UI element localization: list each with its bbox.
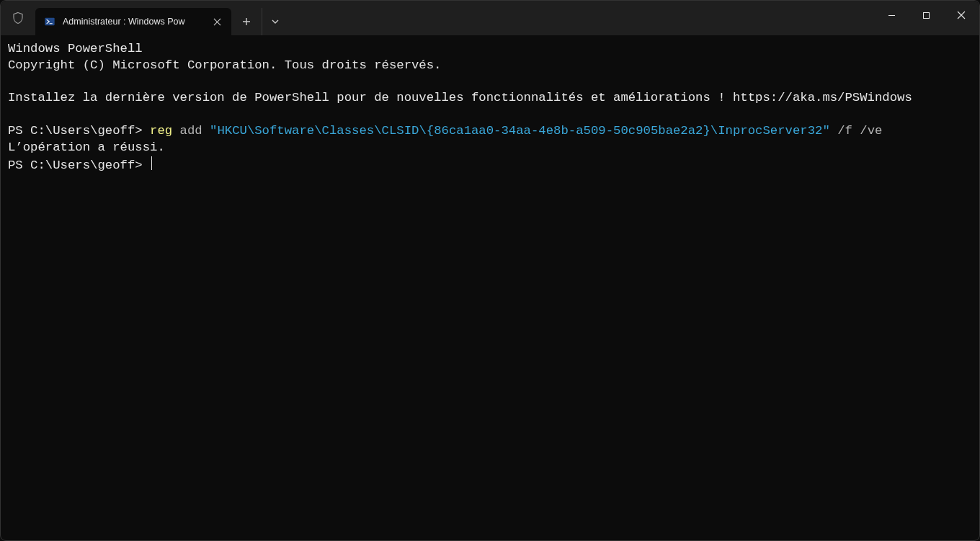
window-controls <box>874 1 979 30</box>
tab-dropdown-button[interactable] <box>262 8 288 35</box>
minimize-button[interactable] <box>874 1 909 30</box>
close-button[interactable] <box>943 1 979 30</box>
powershell-icon <box>44 16 55 27</box>
tab-powershell[interactable]: Administrateur : Windows Pow <box>35 8 231 35</box>
terminal-output[interactable]: Windows PowerShell Copyright (C) Microso… <box>1 35 979 179</box>
cmd-flags: /f /ve <box>830 124 883 138</box>
cmd-string: "HKCU\Software\Classes\CLSID\{86ca1aa0-3… <box>210 124 830 138</box>
cursor <box>151 156 152 170</box>
prompt-2: PS C:\Users\geoff> <box>8 158 150 172</box>
svg-rect-3 <box>923 12 929 18</box>
cmd-reg: reg <box>150 124 172 138</box>
terminal-hint: Installez la dernière version de PowerSh… <box>8 91 912 104</box>
tab-close-button[interactable] <box>211 16 223 27</box>
titlebar: Administrateur : Windows Pow <box>1 1 979 35</box>
maximize-button[interactable] <box>909 1 943 30</box>
svg-rect-0 <box>45 18 54 26</box>
new-tab-button[interactable] <box>231 8 262 35</box>
tab-title: Administrateur : Windows Pow <box>63 17 204 27</box>
prompt-1: PS C:\Users\geoff> <box>8 124 150 138</box>
terminal-header-1: Windows PowerShell <box>8 42 143 55</box>
uac-shield-icon <box>1 1 35 35</box>
result-line: L’opération a réussi. <box>8 140 165 154</box>
terminal-header-2: Copyright (C) Microsoft Corporation. Tou… <box>8 58 442 72</box>
cmd-add: add <box>172 124 210 138</box>
